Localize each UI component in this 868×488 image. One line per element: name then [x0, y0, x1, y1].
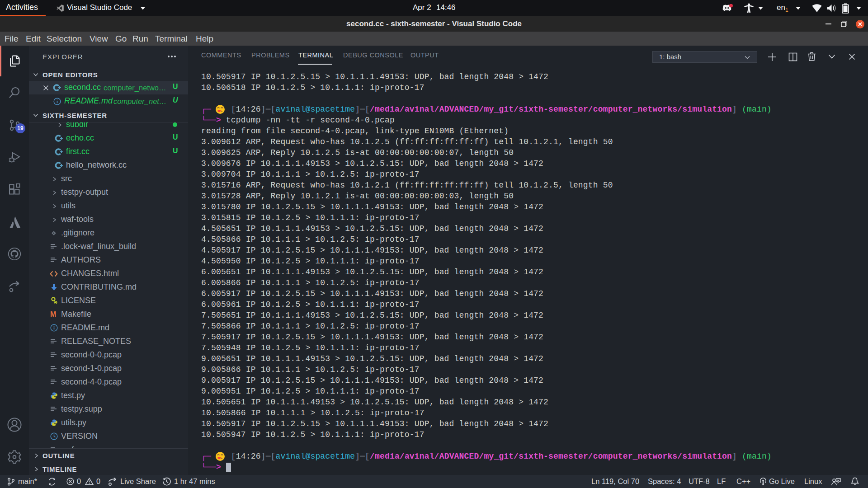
- svg-text:M: M: [50, 310, 56, 318]
